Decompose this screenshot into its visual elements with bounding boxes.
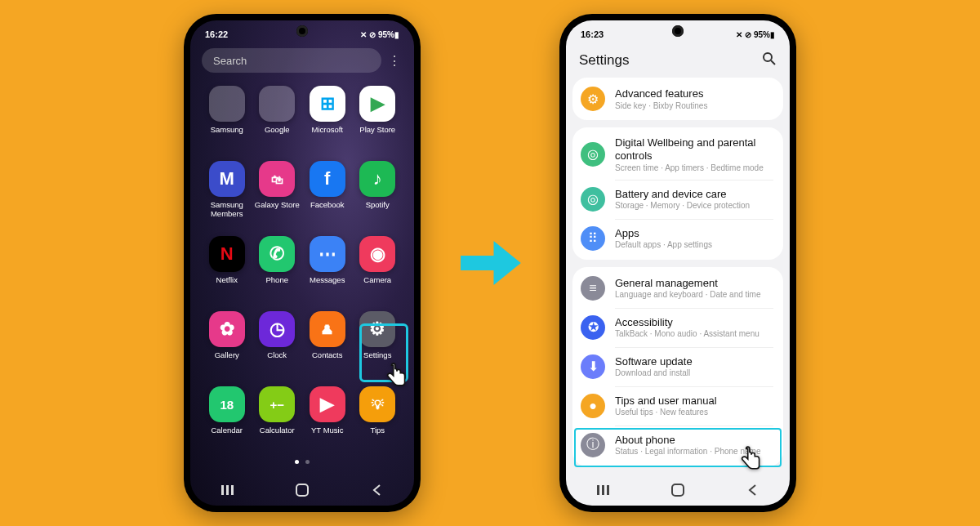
search-input[interactable]: Search <box>202 48 381 73</box>
cursor-hand-icon <box>737 445 765 473</box>
app-icon: ◉ <box>359 236 395 272</box>
svg-rect-6 <box>597 485 599 495</box>
app-calculator[interactable]: +−Calculator <box>252 381 303 457</box>
app-clock[interactable]: ◷Clock <box>252 306 303 381</box>
status-icons: ✕ ⊘ 95%▮ <box>360 30 399 39</box>
settings-row-tips-and-user-manual[interactable]: ●Tips and user manualUseful tips · New f… <box>572 386 783 426</box>
settings-row-advanced-features[interactable]: ⚙Advanced featuresSide key · Bixby Routi… <box>572 79 783 118</box>
row-title: Battery and device care <box>615 188 773 201</box>
app-icon: ◷ <box>259 311 295 347</box>
more-icon[interactable]: ⋮ <box>386 48 403 73</box>
app-label: Samsung <box>211 126 243 135</box>
settings-row-digital-wellbeing-and-parental-controls[interactable]: ◎Digital Wellbeing and parental controls… <box>572 129 783 180</box>
app-label: Camera <box>363 276 391 285</box>
folder-icon <box>259 86 295 122</box>
app-google[interactable]: Google <box>252 81 303 156</box>
search-placeholder: Search <box>213 55 247 67</box>
nav-home[interactable] <box>662 482 694 498</box>
settings-card: ◎Digital Wellbeing and parental controls… <box>572 127 783 260</box>
app-icon: ⊞ <box>310 86 345 122</box>
app-samsung[interactable]: Samsung <box>202 81 252 156</box>
settings-row-accessibility[interactable]: ✪AccessibilityTalkBack · Mono audio · As… <box>572 308 783 347</box>
nav-back[interactable] <box>360 482 393 498</box>
app-yt-music[interactable]: ▶YT Music <box>302 381 353 457</box>
app-gallery[interactable]: ✿Gallery <box>202 306 252 381</box>
row-icon: ⓘ <box>581 433 605 457</box>
app-label: Samsung Members <box>211 201 243 219</box>
app-tips[interactable]: 💡︎Tips <box>353 381 403 457</box>
svg-point-4 <box>764 53 772 61</box>
row-subtitle: Download and install <box>615 368 773 377</box>
app-microsoft[interactable]: ⊞Microsoft <box>302 81 353 156</box>
row-title: Accessibility <box>615 316 773 329</box>
row-icon: ⬇ <box>581 354 605 379</box>
row-icon: ⠿ <box>581 226 605 251</box>
app-calendar[interactable]: 18Calendar <box>202 381 252 457</box>
arrow-icon <box>453 226 527 300</box>
app-camera[interactable]: ◉Camera <box>353 231 403 306</box>
svg-rect-2 <box>231 485 234 495</box>
row-icon: ● <box>581 394 605 418</box>
app-icon: ⋯ <box>310 236 345 272</box>
app-label: Clock <box>267 351 287 360</box>
nav-back[interactable] <box>736 482 768 498</box>
app-icon: +− <box>259 386 295 422</box>
nav-home[interactable] <box>286 482 318 498</box>
row-text: AppsDefault apps · App settings <box>615 227 773 249</box>
app-play-store[interactable]: ▶Play Store <box>353 81 403 156</box>
app-phone[interactable]: ✆Phone <box>252 231 303 306</box>
settings-row-apps[interactable]: ⠿AppsDefault apps · App settings <box>572 219 783 258</box>
status-time: 16:23 <box>581 29 604 39</box>
row-text: Digital Wellbeing and parental controlsS… <box>615 136 773 172</box>
svg-rect-1 <box>226 485 229 495</box>
app-label: Google <box>265 126 290 135</box>
nav-recents[interactable] <box>212 482 244 498</box>
app-icon: ✆ <box>259 236 295 272</box>
app-facebook[interactable]: fFacebook <box>302 156 353 231</box>
nav-recents[interactable] <box>587 482 620 498</box>
app-netflix[interactable]: NNetflix <box>202 231 252 306</box>
app-samsung-members[interactable]: MSamsung Members <box>202 156 252 231</box>
row-title: Advanced features <box>615 87 773 100</box>
row-icon: ◎ <box>581 187 605 212</box>
navbar <box>566 475 790 506</box>
app-icon: 👤︎ <box>310 311 345 347</box>
settings-list[interactable]: ⚙Advanced featuresSide key · Bixby Routi… <box>566 78 790 474</box>
page-title: Settings <box>579 52 629 69</box>
app-icon: N <box>209 236 245 272</box>
page-indicator <box>190 457 414 467</box>
status-icons: ✕ ⊘ 95%▮ <box>736 30 775 39</box>
app-label: Messages <box>310 276 345 285</box>
app-icon: M <box>209 161 245 197</box>
row-text: Tips and user manualUseful tips · New fe… <box>615 394 773 417</box>
app-label: Facebook <box>310 201 345 210</box>
row-title: General management <box>615 277 773 290</box>
settings-row-battery-and-device-care[interactable]: ◎Battery and device careStorage · Memory… <box>572 180 783 219</box>
app-messages[interactable]: ⋯Messages <box>302 231 353 306</box>
app-icon: ♪ <box>359 161 395 197</box>
row-icon: ≡ <box>581 276 605 301</box>
search-icon[interactable] <box>762 51 777 69</box>
app-icon: 18 <box>209 386 245 422</box>
row-title: Apps <box>615 227 773 240</box>
svg-rect-0 <box>221 485 224 495</box>
settings-card: ⚙Advanced featuresSide key · Bixby Routi… <box>572 78 783 120</box>
row-subtitle: TalkBack · Mono audio · Assistant menu <box>615 329 773 338</box>
app-icon: 💡︎ <box>359 386 395 422</box>
app-grid: SamsungGoogle⊞Microsoft▶Play StoreMSamsu… <box>190 76 414 457</box>
app-label: Tips <box>370 426 385 435</box>
row-text: AccessibilityTalkBack · Mono audio · Ass… <box>615 316 773 338</box>
svg-rect-8 <box>607 485 609 495</box>
app-contacts[interactable]: 👤︎Contacts <box>302 306 353 381</box>
settings-row-general-management[interactable]: ≡General managementLanguage and keyboard… <box>572 269 783 308</box>
app-label: Netflix <box>216 276 238 285</box>
svg-rect-9 <box>672 484 684 496</box>
settings-row-software-update[interactable]: ⬇Software updateDownload and install <box>572 347 783 386</box>
app-galaxy-store[interactable]: 🛍︎Galaxy Store <box>252 156 303 231</box>
row-subtitle: Useful tips · New features <box>615 408 773 417</box>
app-icon: ⚙ <box>359 311 395 347</box>
app-spotify[interactable]: ♪Spotify <box>353 156 403 231</box>
cursor-hand-icon <box>383 362 411 390</box>
row-text: General managementLanguage and keyboard … <box>615 277 773 299</box>
folder-icon <box>209 86 245 122</box>
